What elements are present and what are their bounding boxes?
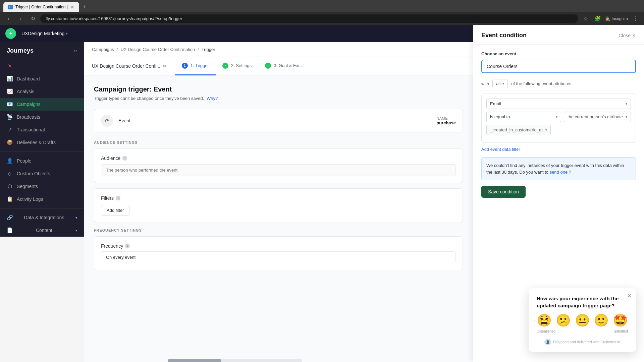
- send-one-link[interactable]: send one: [550, 170, 568, 175]
- filters-info-icon[interactable]: i: [116, 196, 120, 200]
- feedback-emoji-1[interactable]: 😫: [537, 314, 552, 326]
- sidebar-item-campaigns[interactable]: 📧 Campaigns: [0, 98, 84, 111]
- feedback-title: How was your experience with the updated…: [537, 295, 628, 309]
- all-chevron-icon: ▾: [502, 82, 504, 85]
- breadcrumb-current: Trigger: [202, 47, 215, 52]
- transactional-icon: ↗: [7, 127, 13, 133]
- feedback-emoji-2[interactable]: 😕: [556, 314, 571, 326]
- sidebar-item-label: Data & Integrations: [24, 215, 64, 220]
- event-select[interactable]: Course Orders: [481, 60, 636, 73]
- why-link[interactable]: Why?: [207, 96, 218, 101]
- scrollbar-thumb[interactable]: [168, 359, 221, 362]
- menu-btn[interactable]: ⋮: [631, 14, 640, 23]
- extensions-btn[interactable]: 🧩: [593, 14, 602, 23]
- step-num-1: 1: [182, 63, 188, 69]
- sidebar-item-label: Activity Logs: [17, 196, 43, 202]
- custom-objects-icon: ◇: [7, 171, 13, 177]
- feedback-scale-labels: Dissatisfied Satisfied: [537, 329, 628, 333]
- sidebar-item-label: Campaigns: [17, 102, 41, 107]
- step-settings[interactable]: ✓ 2. Settings: [216, 57, 258, 75]
- sidebar-divider-2: [0, 208, 84, 208]
- forward-btn[interactable]: ›: [16, 14, 25, 23]
- attribute-val-text: _created_in_customerio_at: [490, 127, 543, 132]
- sidebar-item-activity-logs[interactable]: 📋 Activity Logs: [0, 193, 84, 205]
- sidebar-item-segments[interactable]: ⬡ Segments: [0, 180, 84, 193]
- sidebar-item-label: Analysis: [17, 89, 34, 94]
- feedback-close-btn[interactable]: ✕: [627, 292, 632, 300]
- audience-input[interactable]: [101, 164, 456, 176]
- step-goal[interactable]: ✓ 3. Goal & Exi...: [258, 57, 310, 75]
- dashboard-icon: 📊: [7, 76, 13, 82]
- trigger-type-label: Event: [118, 118, 130, 123]
- page-body: Campaign trigger: Event Trigger types ca…: [84, 75, 473, 362]
- breadcrumb: Campaigns / UX Design Course Order Confi…: [84, 42, 473, 57]
- sidebar: Journeys ‹‹ ✕ 📊 Dashboard 📈 Analysis 📧 C…: [0, 42, 84, 237]
- sidebar-item-dashboard[interactable]: 📊 Dashboard: [0, 72, 84, 85]
- breadcrumb-campaigns-link[interactable]: Campaigns: [92, 47, 114, 52]
- save-condition-btn[interactable]: Save condition: [481, 186, 526, 198]
- trigger-description: Trigger types can't be changed once they…: [94, 96, 463, 101]
- sidebar-item-label: Dashboard: [17, 76, 40, 81]
- sidebar-item-custom-objects[interactable]: ◇ Custom Objects: [0, 167, 84, 180]
- attribute-select[interactable]: Email ▾: [486, 99, 631, 109]
- sidebar-item-broadcasts[interactable]: 📡 Broadcasts: [0, 111, 84, 123]
- feedback-footer: 👤 Designed and delivered with Customer.i…: [537, 339, 628, 345]
- sidebar-item-transactional[interactable]: ↗ Transactional: [0, 123, 84, 136]
- sidebar-item-close[interactable]: ✕: [0, 60, 84, 72]
- audience-info-icon[interactable]: i: [122, 156, 127, 161]
- add-event-filter-link[interactable]: Add event data filter: [481, 147, 520, 152]
- feedback-emoji-4[interactable]: 🙂: [594, 314, 609, 326]
- value-type-text: the current person's attribute: [568, 114, 623, 119]
- sidebar-item-people[interactable]: 👤 People: [0, 155, 84, 167]
- step-trigger[interactable]: 1 1. Trigger: [175, 57, 216, 75]
- content-icon: 📄: [7, 227, 13, 233]
- panel-close-btn[interactable]: Close ✕: [619, 33, 636, 38]
- breadcrumb-campaign-link[interactable]: UX Design Course Order Confirmation: [120, 47, 195, 52]
- sidebar-item-content[interactable]: 📄 Content ▾: [0, 224, 84, 237]
- step-check-2: ✓: [222, 63, 228, 69]
- sidebar-collapse-btn[interactable]: ‹‹: [73, 48, 77, 54]
- browser-toolbar: ‹ › ↻ ☆ 🧩 🕵 Incognito ⋮: [0, 12, 644, 25]
- sidebar-item-label: Content: [36, 228, 52, 233]
- all-select[interactable]: all ▾: [492, 79, 508, 88]
- add-filter-btn[interactable]: Add filter: [101, 205, 129, 216]
- tab-close-btn[interactable]: ✕: [70, 4, 74, 10]
- sidebar-header: Journeys ‹‹: [0, 42, 84, 60]
- filter-row-2: is equal to ▾ the current person's attri…: [486, 112, 631, 122]
- attribute-value-select[interactable]: _created_in_customerio_at ▾: [486, 125, 551, 135]
- sidebar-item-data-integrations[interactable]: 🔗 Data & Integrations ▾: [0, 211, 84, 224]
- workspace-selector[interactable]: UXDesign Marketing ▾: [21, 31, 68, 36]
- browser-tabs: D Trigger | Order Confirmation | ✕ +: [0, 0, 644, 12]
- sidebar-item-analysis[interactable]: 📈 Analysis: [0, 85, 84, 98]
- step-trigger-label: 1. Trigger: [191, 63, 209, 68]
- active-tab[interactable]: D Trigger | Order Confirmation | ✕: [3, 2, 79, 12]
- filter-row-3: _created_in_customerio_at ▾: [486, 125, 631, 135]
- horizontal-scrollbar[interactable]: [168, 359, 302, 362]
- audience-section: Audience i: [94, 148, 463, 183]
- operator-select[interactable]: is equal to ▾: [486, 112, 561, 122]
- feedback-emoji-5[interactable]: 🤩: [613, 314, 628, 326]
- new-tab-btn[interactable]: +: [80, 2, 89, 12]
- tab-favicon: D: [8, 5, 13, 9]
- frequency-info-icon[interactable]: i: [125, 244, 130, 248]
- with-row: with all ▾ of the following event attrib…: [481, 79, 636, 88]
- bookmark-btn[interactable]: ☆: [581, 14, 590, 23]
- data-integrations-icon: 🔗: [7, 215, 13, 221]
- value-type-select[interactable]: the current person's attribute ▾: [564, 112, 631, 122]
- frequency-label: Frequency i: [101, 243, 456, 249]
- back-btn[interactable]: ‹: [4, 14, 13, 23]
- feedback-emoji-3[interactable]: 😐: [575, 314, 590, 326]
- all-option-text: all: [496, 81, 500, 86]
- frequency-input[interactable]: [101, 251, 456, 263]
- frequency-settings-label: FREQUENCY SETTINGS: [94, 228, 463, 232]
- sidebar-item-deliveries[interactable]: 📦 Deliveries & Drafts: [0, 136, 84, 149]
- breadcrumb-sep-2: /: [198, 47, 199, 52]
- edit-campaign-name-icon[interactable]: ✏: [163, 63, 167, 69]
- with-text: with: [481, 81, 489, 86]
- address-bar[interactable]: [40, 14, 578, 23]
- app-logo: ✦: [5, 28, 16, 39]
- reload-btn[interactable]: ↻: [28, 14, 38, 23]
- close-x-icon: ✕: [632, 33, 636, 38]
- emoji-neutral: 😐: [575, 314, 590, 326]
- close-icon: ✕: [7, 63, 13, 69]
